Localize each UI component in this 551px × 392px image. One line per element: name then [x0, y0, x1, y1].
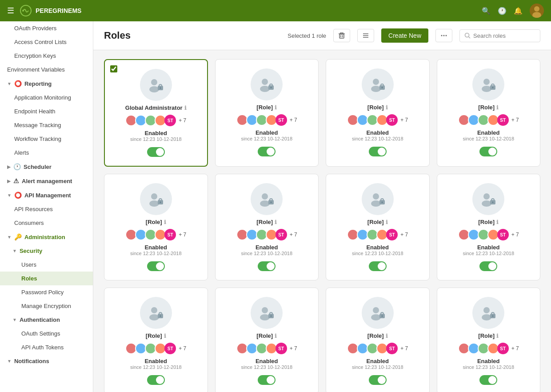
- sidebar-section-notifications[interactable]: ▼ Notifications: [0, 354, 93, 368]
- enabled-toggle[interactable]: [479, 147, 497, 156]
- info-icon[interactable]: ℹ: [496, 333, 499, 339]
- svg-point-9: [441, 35, 443, 36]
- toggle-row[interactable]: [147, 261, 165, 273]
- info-icon[interactable]: ℹ: [275, 333, 277, 339]
- sidebar-section-authentication[interactable]: ▼ Authentication: [0, 313, 93, 327]
- info-icon[interactable]: ℹ: [386, 333, 388, 339]
- notification-icon[interactable]: 🔔: [514, 7, 523, 15]
- toggle-row[interactable]: [258, 147, 276, 158]
- status-info: Enabled since 12:23 10-12-2018: [352, 129, 403, 141]
- toggle-row[interactable]: [369, 261, 387, 273]
- info-icon[interactable]: ℹ: [184, 105, 187, 111]
- sidebar-item-environment-variables[interactable]: Environment Variables: [0, 63, 93, 76]
- alert-management-label: Alert management: [22, 178, 72, 184]
- checkbox-input[interactable]: [110, 65, 117, 72]
- sidebar-item-application-monitoring[interactable]: Application Monitoring: [0, 91, 93, 104]
- more-options-button[interactable]: [435, 29, 452, 42]
- enabled-toggle[interactable]: [369, 147, 387, 156]
- sidebar-item-oauth-settings[interactable]: OAuth Settings: [0, 327, 93, 340]
- role-card[interactable]: [Role] ℹ ST+ 7 Enabled since 12:23 10-12…: [215, 59, 319, 167]
- enabled-toggle[interactable]: [369, 375, 387, 385]
- create-new-button[interactable]: Create New: [381, 28, 428, 43]
- role-card[interactable]: [Role] ℹ ST+ 7 Enabled since 12:23 10-12…: [326, 59, 430, 167]
- sidebar-item-message-tracking[interactable]: Message Tracking: [0, 118, 93, 132]
- enabled-toggle[interactable]: [147, 147, 165, 157]
- sidebar-item-api-auth-tokens[interactable]: API Auth Tokens: [0, 340, 93, 354]
- svg-line-13: [469, 37, 471, 39]
- role-card[interactable]: Global Administrator ℹ ST+ 7 Enabled sin…: [104, 59, 208, 167]
- sidebar-section-scheduler[interactable]: ▶ 🕐 Scheduler: [0, 160, 93, 174]
- toggle-row[interactable]: [369, 147, 387, 158]
- info-icon[interactable]: ℹ: [386, 104, 388, 111]
- list-view-button[interactable]: [357, 29, 374, 42]
- info-icon[interactable]: ℹ: [164, 219, 166, 225]
- person-lock-icon: [480, 76, 496, 92]
- enabled-toggle[interactable]: [258, 261, 276, 271]
- role-card[interactable]: [Role] ℹ ST+ 7 Enabled since 12:23 10-12…: [437, 288, 541, 392]
- search-icon[interactable]: 🔍: [482, 7, 491, 15]
- info-icon[interactable]: ℹ: [386, 219, 388, 225]
- sidebar-item-manage-encryption[interactable]: Manage Encryption: [0, 299, 93, 313]
- role-card[interactable]: [Role] ℹ ST+ 7 Enabled since 12:23 10-12…: [215, 288, 319, 392]
- sidebar-item-encryption-keys[interactable]: Encryption Keys: [0, 49, 93, 63]
- toggle-row[interactable]: [479, 261, 497, 273]
- toggle-row[interactable]: [147, 375, 165, 387]
- role-card[interactable]: [Role] ℹ ST+ 7 Enabled since 12:23 10-12…: [104, 288, 208, 392]
- svg-point-35: [149, 200, 159, 207]
- enabled-toggle[interactable]: [369, 261, 387, 271]
- info-icon[interactable]: ℹ: [496, 219, 499, 225]
- sidebar-item-oauth-providers[interactable]: OAuth Providers: [0, 21, 93, 35]
- status-info: Enabled since 12:23 10-12-2018: [352, 244, 403, 256]
- toggle-row[interactable]: [479, 375, 497, 387]
- svg-point-60: [260, 314, 270, 320]
- role-card[interactable]: [Role] ℹ ST+ 7 Enabled since 12:23 10-12…: [437, 59, 541, 167]
- info-icon[interactable]: ℹ: [164, 333, 166, 339]
- history-icon[interactable]: 🕐: [498, 7, 507, 15]
- sidebar-item-password-policy[interactable]: Password Policy: [0, 285, 93, 299]
- role-card[interactable]: [Role] ℹ ST+ 7 Enabled since 12:23 10-12…: [215, 174, 319, 280]
- enabled-toggle[interactable]: [147, 375, 165, 385]
- toggle-row[interactable]: [258, 375, 276, 387]
- toggle-row[interactable]: [479, 147, 497, 158]
- message-tracking-label: Message Tracking: [14, 122, 61, 128]
- role-icon: [251, 297, 283, 329]
- plus-count: + 7: [290, 232, 297, 238]
- card-checkbox[interactable]: [110, 65, 117, 74]
- sidebar-item-endpoint-health[interactable]: Endpoint Health: [0, 104, 93, 118]
- enabled-toggle[interactable]: [258, 375, 276, 385]
- delete-button[interactable]: [333, 29, 350, 42]
- sidebar-section-api-management[interactable]: ▼ ⭕ API Management: [0, 188, 93, 202]
- sidebar-section-security[interactable]: ▼ Security: [0, 244, 93, 258]
- hamburger-menu[interactable]: ☰: [7, 6, 14, 16]
- avatars-row: ST+ 7: [458, 343, 519, 354]
- toggle-row[interactable]: [369, 375, 387, 387]
- sidebar-item-api-resources[interactable]: API Resources: [0, 202, 93, 216]
- enabled-toggle[interactable]: [147, 261, 165, 271]
- sidebar-section-reporting[interactable]: ▼ ⭕ Reporting: [0, 76, 93, 91]
- sidebar-item-alerts[interactable]: Alerts: [0, 146, 93, 160]
- sidebar-item-access-control-lists[interactable]: Access Control Lists: [0, 35, 93, 49]
- role-card[interactable]: [Role] ℹ ST+ 7 Enabled since 12:23 10-12…: [104, 174, 208, 280]
- status-label: Enabled: [463, 244, 514, 251]
- enabled-toggle[interactable]: [258, 147, 276, 156]
- sidebar-item-users[interactable]: Users: [0, 258, 93, 272]
- sidebar-item-consumers[interactable]: Consumers: [0, 216, 93, 230]
- notifications-chevron: ▼: [7, 359, 12, 364]
- role-name-text: [Role]: [256, 104, 273, 111]
- info-icon[interactable]: ℹ: [275, 104, 277, 111]
- sidebar-item-workflow-tracking[interactable]: Workflow Tracking: [0, 132, 93, 146]
- info-icon[interactable]: ℹ: [496, 104, 499, 111]
- sidebar-item-roles[interactable]: Roles: [0, 272, 93, 285]
- user-avatar[interactable]: [530, 4, 544, 18]
- toggle-row[interactable]: [147, 147, 165, 159]
- sidebar-section-alert-management[interactable]: ▶ ⚠ Alert management: [0, 174, 93, 188]
- enabled-toggle[interactable]: [479, 261, 497, 271]
- search-input[interactable]: [473, 32, 535, 39]
- role-card[interactable]: [Role] ℹ ST+ 7 Enabled since 12:23 10-12…: [326, 288, 430, 392]
- toggle-row[interactable]: [258, 261, 276, 273]
- enabled-toggle[interactable]: [479, 375, 497, 385]
- role-card[interactable]: [Role] ℹ ST+ 7 Enabled since 12:23 10-12…: [326, 174, 430, 280]
- role-card[interactable]: [Role] ℹ ST+ 7 Enabled since 12:23 10-12…: [437, 174, 541, 280]
- info-icon[interactable]: ℹ: [275, 219, 277, 225]
- sidebar-section-administration[interactable]: ▼ 🔑 Administration: [0, 230, 93, 244]
